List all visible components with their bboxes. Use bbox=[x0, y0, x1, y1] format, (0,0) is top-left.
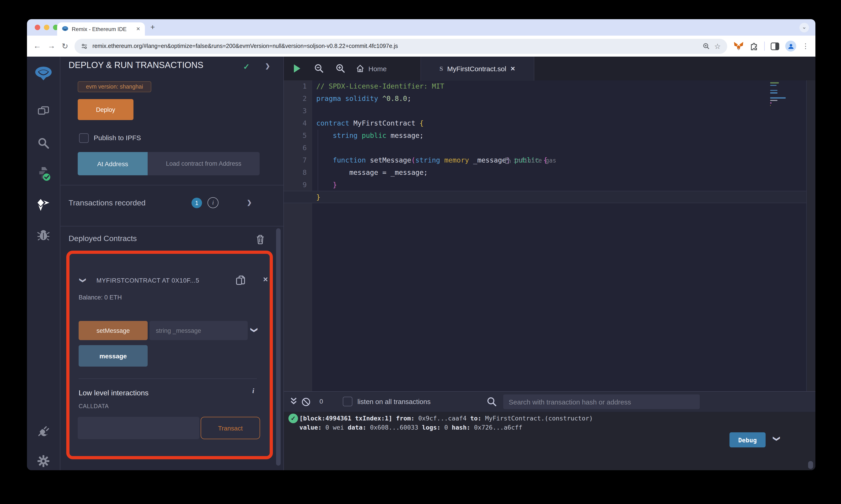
browser-window: Remix - Ethereum IDE ✕ + ⌄ ← → ↻ remix.e… bbox=[27, 19, 816, 470]
deploy-run-icon[interactable] bbox=[37, 199, 50, 211]
settings-gear-icon[interactable] bbox=[37, 455, 50, 467]
extensions-puzzle-icon[interactable] bbox=[750, 42, 758, 51]
close-file-tab-icon[interactable]: ✕ bbox=[510, 65, 515, 72]
code-line[interactable]: string public message; bbox=[316, 130, 424, 142]
tab-search-chevron-icon[interactable]: ⌄ bbox=[800, 23, 809, 32]
contract-collapse-chevron-icon[interactable]: ❯ bbox=[80, 277, 87, 283]
gas-pump-icon bbox=[505, 157, 511, 164]
clear-contracts-trash-icon[interactable] bbox=[256, 235, 265, 244]
panel-title: DEPLOY & RUN TRANSACTIONS bbox=[69, 60, 203, 70]
browser-menu-icon[interactable]: ⋮ bbox=[802, 42, 809, 50]
low-level-interactions-label: Low level interactions bbox=[79, 389, 149, 397]
address-bar[interactable]: remix.ethereum.org/#lang=en&optimize=fal… bbox=[75, 39, 727, 54]
home-icon bbox=[356, 65, 364, 73]
copy-address-icon[interactable] bbox=[236, 275, 245, 286]
transact-button[interactable]: Transact bbox=[201, 417, 260, 439]
contract-balance: Balance: 0 ETH bbox=[79, 294, 122, 301]
editor-scrollbar-gutter[interactable] bbox=[806, 80, 816, 391]
tx-log-line[interactable]: value: 0 wei data: 0x608...60033 logs: 0… bbox=[299, 423, 522, 432]
toolbar-extensions: ⋮ bbox=[734, 41, 809, 52]
code-line[interactable]: pragma solidity ^0.8.0; bbox=[316, 93, 411, 105]
browser-tab[interactable]: Remix - Ethereum IDE ✕ bbox=[57, 22, 145, 36]
line-number: 9 bbox=[288, 179, 307, 191]
code-line[interactable]: } bbox=[316, 191, 321, 204]
pending-tx-count: 0 bbox=[320, 398, 323, 405]
terminal-scrollbar[interactable] bbox=[808, 461, 813, 469]
traffic-lights[interactable] bbox=[35, 25, 58, 30]
reload-button[interactable]: ↻ bbox=[62, 41, 68, 51]
search-icon[interactable] bbox=[37, 137, 50, 149]
message-getter-button[interactable]: message bbox=[79, 345, 148, 366]
debug-button[interactable]: Debug bbox=[730, 432, 766, 447]
code-line[interactable]: contract MyFirstContract { bbox=[316, 117, 424, 130]
line-number: 6 bbox=[288, 142, 307, 154]
remix-favicon bbox=[62, 25, 69, 32]
editor-gutter: 12345678910 bbox=[284, 80, 312, 391]
zoom-in-icon[interactable] bbox=[336, 64, 345, 73]
tx-log-line[interactable]: [block:4994361 txIndex:1] from: 0x9cf...… bbox=[299, 414, 597, 423]
editor-tab-bar: Home S MyFirstContract.sol ✕ bbox=[284, 57, 816, 80]
listen-transactions-checkbox[interactable] bbox=[343, 397, 353, 406]
deploy-button[interactable]: Deploy bbox=[78, 99, 134, 120]
code-line[interactable]: } bbox=[316, 179, 337, 191]
screenshot-stage: Remix - Ethereum IDE ✕ + ⌄ ← → ↻ remix.e… bbox=[0, 0, 841, 504]
zoom-page-icon[interactable] bbox=[702, 42, 709, 50]
bookmark-star-icon[interactable]: ☆ bbox=[714, 42, 721, 51]
side-panel-icon[interactable] bbox=[771, 42, 779, 50]
tab-close-icon[interactable]: ✕ bbox=[136, 26, 140, 32]
tab-myfirstcontract[interactable]: S MyFirstContract.sol ✕ bbox=[420, 57, 534, 81]
clear-console-icon[interactable] bbox=[301, 397, 311, 407]
terminal-expand-icon[interactable] bbox=[290, 397, 297, 406]
tab-home[interactable]: Home bbox=[356, 57, 387, 80]
code-line[interactable]: message = _message; bbox=[316, 167, 428, 179]
forward-button[interactable]: → bbox=[48, 41, 55, 51]
new-tab-button[interactable]: + bbox=[150, 23, 155, 32]
set-message-input[interactable]: string _message bbox=[150, 321, 248, 340]
publish-ipfs-checkbox[interactable] bbox=[79, 133, 89, 143]
browser-tab-strip: Remix - Ethereum IDE ✕ + ⌄ bbox=[27, 19, 816, 36]
run-script-play-icon[interactable] bbox=[294, 65, 300, 73]
profile-avatar[interactable] bbox=[785, 41, 796, 52]
remix-logo-icon[interactable] bbox=[33, 64, 53, 84]
line-number: 5 bbox=[288, 130, 307, 142]
site-settings-icon[interactable] bbox=[81, 43, 88, 50]
panel-divider bbox=[60, 185, 284, 185]
transactions-info-icon[interactable]: i bbox=[207, 197, 219, 208]
set-message-button[interactable]: setMessage bbox=[79, 321, 148, 340]
at-address-button[interactable]: At Address bbox=[78, 152, 148, 175]
zoom-out-icon[interactable] bbox=[314, 64, 324, 73]
set-message-expand-chevron-icon[interactable]: ❯ bbox=[250, 327, 258, 333]
close-window-button[interactable] bbox=[35, 25, 40, 30]
solidity-compiler-icon[interactable] bbox=[36, 166, 51, 182]
log-expand-chevron-icon[interactable]: ❯ bbox=[773, 436, 781, 442]
code-editor[interactable]: 12345678910 // SPDX-License-Identifier: … bbox=[284, 80, 816, 391]
line-number: 4 bbox=[288, 117, 307, 130]
editor-minimap[interactable] bbox=[770, 82, 803, 107]
listen-transactions-label: listen on all transactions bbox=[357, 398, 431, 406]
deployed-contract-title[interactable]: MYFIRSTCONTRACT AT 0X10F...5 bbox=[97, 277, 234, 284]
terminal: 0 listen on all transactions Search with… bbox=[284, 391, 816, 470]
low-level-info-icon[interactable]: i bbox=[252, 387, 254, 395]
debugger-icon[interactable] bbox=[37, 229, 50, 241]
minimize-window-button[interactable] bbox=[44, 25, 49, 30]
load-contract-input[interactable]: Load contract from Address bbox=[148, 152, 260, 175]
metamask-icon[interactable] bbox=[734, 41, 744, 51]
panel-expand-chevron-icon[interactable]: ❯ bbox=[265, 62, 270, 69]
compile-success-check-icon: ✓ bbox=[243, 62, 250, 72]
file-explorer-icon[interactable] bbox=[37, 106, 49, 118]
calldata-input[interactable] bbox=[78, 417, 199, 439]
back-button[interactable]: ← bbox=[33, 41, 41, 51]
remove-contract-icon[interactable]: ✕ bbox=[263, 276, 268, 283]
terminal-search-input[interactable]: Search with transaction hash or address bbox=[503, 394, 700, 409]
line-number: 2 bbox=[288, 93, 307, 105]
calldata-label: CALLDATA bbox=[79, 403, 109, 410]
toolbar-divider bbox=[764, 41, 765, 51]
terminal-log: ✓ [block:4994361 txIndex:1] from: 0x9cf.… bbox=[284, 412, 816, 470]
url-text[interactable]: remix.ethereum.org/#lang=en&optimize=fal… bbox=[92, 43, 698, 49]
code-line[interactable]: // SPDX-License-Identifier: MIT bbox=[316, 80, 444, 93]
transactions-count-badge: 1 bbox=[191, 198, 202, 208]
side-panel-scrollbar[interactable] bbox=[276, 228, 281, 466]
transactions-expand-chevron-icon[interactable]: ❯ bbox=[247, 199, 252, 206]
plugin-manager-icon[interactable] bbox=[37, 425, 50, 437]
remix-app: DEPLOY & RUN TRANSACTIONS ✓ ❯ evm versio… bbox=[27, 57, 816, 470]
